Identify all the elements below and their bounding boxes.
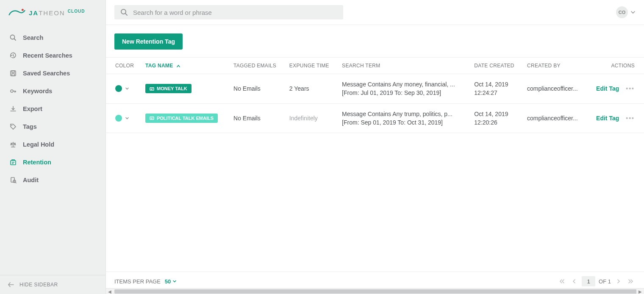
search-input[interactable]: [133, 9, 337, 16]
pager: OF 1: [557, 276, 636, 286]
tag-label: POLITICAL TALK EMAILS: [157, 116, 214, 121]
sidebar-item-label: Keywords: [23, 88, 52, 94]
svg-point-0: [22, 9, 24, 11]
svg-point-6: [11, 90, 13, 92]
tagged-emails-cell: No Emails: [229, 74, 285, 104]
audit-icon: [9, 176, 17, 184]
scroll-right-icon[interactable]: ▶: [636, 288, 644, 294]
sidebar-item-recent-searches[interactable]: Recent Searches: [0, 47, 105, 64]
brand-text: JATHEON CLOUD: [29, 9, 85, 17]
sidebar-item-retention[interactable]: Retention: [0, 153, 105, 171]
sidebar-item-label: Audit: [23, 177, 39, 183]
page-next-button[interactable]: [614, 278, 623, 285]
col-search-term[interactable]: SEARCH TERM: [338, 58, 470, 74]
col-actions: ACTIONS: [587, 58, 644, 74]
sidebar-item-export[interactable]: Export: [0, 100, 105, 118]
col-created-by[interactable]: CREATED BY: [523, 58, 587, 74]
pagination-footer: ITEMS PER PAGE 50: [106, 272, 644, 288]
content: New Retention Tag COLOR TAG NAME: [106, 25, 644, 294]
page-last-button[interactable]: [626, 277, 636, 285]
tag-icon: [150, 86, 154, 91]
page-prev-button[interactable]: [570, 278, 578, 285]
hide-sidebar-label: HIDE SIDEBAR: [19, 282, 58, 288]
col-tag-name[interactable]: TAG NAME: [141, 58, 229, 74]
tag-icon: [150, 116, 154, 120]
retention-icon: [9, 158, 17, 166]
col-color[interactable]: COLOR: [106, 58, 141, 74]
table-row: POLITICAL TALK EMAILSNo EmailsIndefinite…: [106, 103, 644, 133]
expunge-time-cell: 2 Years: [285, 74, 338, 104]
global-search[interactable]: [114, 5, 343, 19]
search-term-cell: Message Contains Any money, financial, .…: [342, 80, 461, 97]
expunge-time-cell: Indefinitely: [285, 103, 338, 133]
col-tagged-emails[interactable]: TAGGED EMAILS: [229, 58, 285, 74]
tag-pill[interactable]: MONEY TALK: [145, 84, 192, 93]
more-actions-button[interactable]: •••: [626, 85, 635, 92]
search-term-cell: Message Contains Any trump, politics, p.…: [342, 110, 461, 127]
date-created-cell: Oct 14, 201912:24:27: [474, 80, 519, 97]
svg-rect-8: [11, 161, 16, 165]
chevron-down-icon[interactable]: [125, 116, 130, 121]
tag-icon: [9, 123, 17, 130]
brand-cloud: CLOUD: [68, 9, 85, 14]
sidebar-item-label: Recent Searches: [23, 52, 72, 59]
items-per-page-label: ITEMS PER PAGE: [114, 278, 161, 285]
svg-rect-5: [12, 74, 14, 76]
col-date-created[interactable]: DATE CREATED: [470, 58, 523, 74]
horizontal-scrollbar[interactable]: ◀ ▶: [106, 288, 644, 294]
sidebar-item-legal-hold[interactable]: Legal Hold: [0, 136, 105, 153]
scrollbar-thumb[interactable]: [114, 289, 640, 294]
sidebar-item-search[interactable]: Search: [0, 29, 105, 47]
new-retention-tag-button[interactable]: New Retention Tag: [114, 33, 183, 50]
sidebar-item-label: Retention: [23, 159, 51, 166]
color-dot: [115, 85, 122, 92]
download-icon: [9, 105, 17, 113]
chevron-down-icon[interactable]: [125, 86, 130, 91]
brand-text-2: THEON: [39, 9, 65, 17]
hide-sidebar-button[interactable]: HIDE SIDEBAR: [0, 275, 105, 294]
balance-icon: [9, 141, 17, 148]
sidebar-item-label: Search: [23, 34, 43, 41]
search-icon: [120, 8, 128, 16]
tagged-emails-cell: No Emails: [229, 103, 285, 133]
items-per-page-value: 50: [165, 278, 171, 285]
tag-pill[interactable]: POLITICAL TALK EMAILS: [145, 114, 218, 123]
more-actions-button[interactable]: •••: [626, 115, 635, 122]
retention-table: COLOR TAG NAME TAGGED EMAILS EXPUNGE TIM…: [106, 57, 644, 272]
created-by-cell: complianceofficer...: [527, 115, 582, 122]
tag-label: MONEY TALK: [157, 86, 187, 91]
user-menu[interactable]: CO: [616, 6, 636, 18]
save-icon: [9, 69, 17, 77]
topbar: CO: [106, 0, 644, 25]
page-input[interactable]: [582, 276, 595, 286]
page-of-label: OF 1: [599, 278, 611, 285]
action-bar: New Retention Tag: [106, 25, 644, 57]
svg-line-2: [14, 39, 16, 41]
col-tag-name-label: TAG NAME: [145, 63, 173, 69]
svg-rect-3: [11, 71, 16, 76]
logo-icon: [8, 8, 25, 18]
sidebar-item-saved-searches[interactable]: Saved Searches: [0, 64, 105, 82]
page-first-button[interactable]: [557, 277, 566, 285]
edit-tag-button[interactable]: Edit Tag: [596, 115, 619, 122]
brand-text-1: JA: [29, 9, 39, 17]
collapse-icon: [8, 281, 14, 288]
sidebar-item-label: Legal Hold: [23, 141, 54, 148]
sidebar-item-tags[interactable]: Tags: [0, 118, 105, 136]
sidebar-item-audit[interactable]: Audit: [0, 171, 105, 189]
items-per-page[interactable]: ITEMS PER PAGE 50: [114, 278, 177, 285]
date-created-cell: Oct 14, 201912:20:26: [474, 110, 519, 127]
avatar: CO: [616, 6, 628, 18]
svg-rect-4: [12, 71, 14, 72]
sidebar-item-keywords[interactable]: Keywords: [0, 82, 105, 100]
sidebar: JATHEON CLOUD SearchRecent SearchesSaved…: [0, 0, 106, 294]
search-icon: [9, 34, 17, 42]
scroll-left-icon[interactable]: ◀: [106, 288, 114, 294]
col-expunge-time[interactable]: EXPUNGE TIME: [285, 58, 338, 74]
history-icon: [9, 52, 17, 59]
chevron-down-icon: [172, 279, 177, 283]
edit-tag-button[interactable]: Edit Tag: [596, 85, 619, 92]
svg-line-13: [125, 14, 127, 15]
brand-logo[interactable]: JATHEON CLOUD: [0, 0, 105, 25]
main: CO New Retention Tag COLOR TAG NAME: [106, 0, 644, 294]
